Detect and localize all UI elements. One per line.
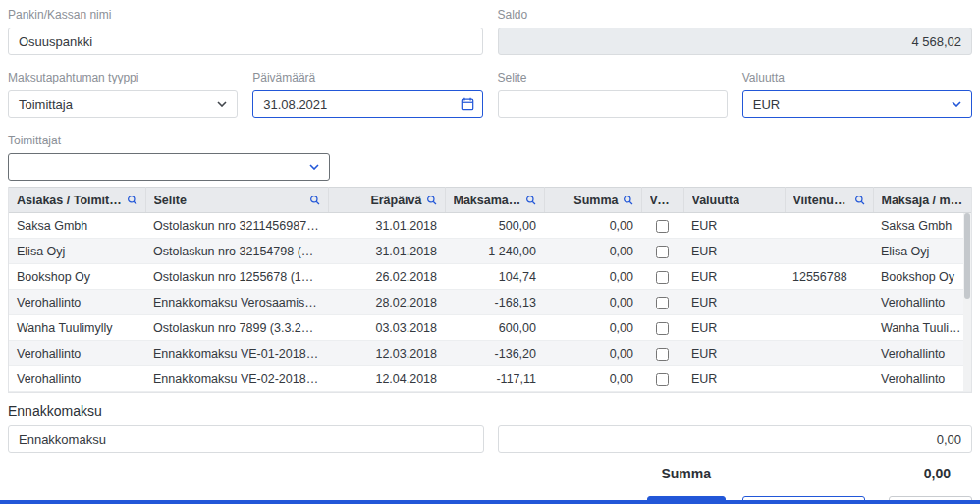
column-header[interactable]: Maksamatta xyxy=(445,188,544,213)
table-scrollbar[interactable] xyxy=(963,213,971,391)
cell-unpaid: 1 240,00 xyxy=(445,239,544,264)
calendar-icon[interactable] xyxy=(461,97,474,111)
row-select-checkbox[interactable] xyxy=(656,322,669,335)
column-header[interactable]: Viitenumero: xyxy=(785,188,873,213)
cell-sum: 0,00 xyxy=(544,315,641,341)
column-header-label: Valit... xyxy=(650,194,676,207)
ennakkomaksu-input[interactable] xyxy=(8,425,484,453)
table-row[interactable]: Elisa OyjOstolaskun nro 32154798 (31.1..… xyxy=(9,239,971,264)
column-header[interactable]: Summa xyxy=(544,188,641,213)
cell-currency: EUR xyxy=(683,315,785,341)
cell-reference: 12556788 xyxy=(785,264,873,290)
table-row[interactable]: Wanha TuulimyllyOstolaskun nro 7899 (3.3… xyxy=(9,315,971,341)
search-icon[interactable] xyxy=(854,195,865,205)
cell-description: Ennakkomaksu VE-02-2018 (28.... xyxy=(145,366,328,392)
column-header-label: Selite xyxy=(154,194,187,207)
row-select-checkbox[interactable] xyxy=(656,373,669,386)
cell-due-date: 12.04.2018 xyxy=(328,366,445,392)
cell-reference xyxy=(785,239,873,264)
search-icon[interactable] xyxy=(525,195,536,205)
bank-name-label: Pankin/Kassan nimi xyxy=(8,8,483,22)
cell-description: Ostolaskun nro 7899 (3.3.2018) xyxy=(145,315,328,341)
cell-reference xyxy=(785,290,873,315)
column-header[interactable]: Selite xyxy=(145,188,328,213)
suppliers-field-group: Toimittajat xyxy=(8,134,330,181)
suppliers-select[interactable] xyxy=(8,153,330,181)
row-select-checkbox[interactable] xyxy=(656,271,669,284)
payment-type-field-group: Maksutapahtuman tyyppi Toimittaja xyxy=(8,71,238,118)
table-body: Saksa GmbhOstolaskun nro 3211456987 (31.… xyxy=(9,213,971,392)
bank-name-field-group: Pankin/Kassan nimi xyxy=(8,8,483,55)
amount-input[interactable] xyxy=(498,425,972,453)
cell-currency: EUR xyxy=(683,290,785,315)
cell-sum: 0,00 xyxy=(544,213,641,239)
column-header[interactable]: Asiakas / Toimittaja xyxy=(9,188,145,213)
selite-input[interactable] xyxy=(498,90,728,118)
cell-payer: Elisa Oyj xyxy=(873,239,971,264)
cell-customer: Verohallinto xyxy=(9,290,145,315)
cell-select xyxy=(641,366,683,392)
cell-due-date: 31.01.2018 xyxy=(328,213,445,239)
bank-name-input[interactable] xyxy=(8,28,483,55)
cell-currency: EUR xyxy=(683,239,785,264)
cell-sum: 0,00 xyxy=(544,341,641,366)
payment-form: Pankin/Kassan nimi Saldo Maksutapahtuman… xyxy=(0,0,980,504)
scrollbar-thumb[interactable] xyxy=(964,213,970,299)
cell-unpaid: -168,13 xyxy=(445,290,544,315)
column-header-label: Viitenumero: xyxy=(793,194,850,207)
row-select-checkbox[interactable] xyxy=(656,297,669,309)
row-select-checkbox[interactable] xyxy=(656,220,669,233)
table-header-row: Asiakas / ToimittajaSeliteEräpäiväMaksam… xyxy=(9,188,971,213)
cell-payer: Verohallinto xyxy=(873,366,971,392)
column-header-label: Asiakas / Toimittaja xyxy=(17,194,123,207)
open-invoices-table: Asiakas / ToimittajaSeliteEräpäiväMaksam… xyxy=(8,187,972,393)
table-row[interactable]: Bookshop OyOstolaskun nro 1255678 (12.2.… xyxy=(9,264,971,290)
cell-select xyxy=(641,239,683,264)
cell-select xyxy=(641,213,683,239)
cell-currency: EUR xyxy=(683,264,785,290)
column-header-label: Maksamatta xyxy=(454,194,521,207)
cell-reference xyxy=(785,213,873,239)
cell-payer: Bookshop Oy xyxy=(873,264,971,290)
column-header[interactable]: Valuutta xyxy=(683,188,785,213)
cell-currency: EUR xyxy=(683,213,785,239)
payment-type-select[interactable]: Toimittaja xyxy=(8,90,238,118)
table-row[interactable]: VerohallintoEnnakkomaksu VE-02-2018 (28.… xyxy=(9,366,971,392)
currency-value: EUR xyxy=(753,97,780,112)
date-field-group: Päivämäärä xyxy=(252,71,482,118)
cell-due-date: 28.02.2018 xyxy=(328,290,445,315)
selite-label: Selite xyxy=(498,71,728,84)
search-icon[interactable] xyxy=(623,195,633,205)
table-row[interactable]: VerohallintoEnnakkomaksu VE-01-2018 (31.… xyxy=(9,341,971,366)
cell-payer: Wanha Tuulim... xyxy=(873,315,971,341)
search-icon[interactable] xyxy=(426,195,437,205)
column-header-label: Valuutta xyxy=(692,194,740,207)
cell-customer: Saksa Gmbh xyxy=(9,213,145,239)
cell-unpaid: -117,11 xyxy=(445,366,544,392)
cell-customer: Wanha Tuulimylly xyxy=(9,315,145,341)
cell-reference xyxy=(785,341,873,366)
column-header[interactable]: Valit... xyxy=(641,188,683,213)
column-header-label: Summa xyxy=(573,194,618,207)
cell-due-date: 12.03.2018 xyxy=(328,341,445,366)
date-input[interactable] xyxy=(252,90,482,118)
table-row[interactable]: VerohallintoEnnakkomaksu Verosaamiset (2… xyxy=(9,290,971,315)
cell-unpaid: 600,00 xyxy=(445,315,544,341)
section-title: Ennakkomaksu xyxy=(8,403,972,419)
cell-currency: EUR xyxy=(683,366,785,392)
cell-due-date: 31.01.2018 xyxy=(328,239,445,264)
cell-description: Ostolaskun nro 3211456987 (31.... xyxy=(145,213,328,239)
table-row[interactable]: Saksa GmbhOstolaskun nro 3211456987 (31.… xyxy=(9,213,971,239)
cell-payer: Saksa Gmbh xyxy=(873,213,971,239)
cell-unpaid: 104,74 xyxy=(445,264,544,290)
cell-description: Ennakkomaksu VE-01-2018 (31.1... xyxy=(145,341,328,366)
currency-select[interactable]: EUR xyxy=(742,90,972,118)
search-icon[interactable] xyxy=(127,195,137,205)
column-header[interactable]: Eräpäivä xyxy=(328,188,445,213)
row-select-checkbox[interactable] xyxy=(656,246,669,258)
chevron-down-icon xyxy=(217,101,227,107)
column-header[interactable]: Maksaja / ma... xyxy=(873,188,971,213)
search-icon[interactable] xyxy=(309,195,320,205)
cell-unpaid: 500,00 xyxy=(445,213,544,239)
row-select-checkbox[interactable] xyxy=(656,348,669,361)
